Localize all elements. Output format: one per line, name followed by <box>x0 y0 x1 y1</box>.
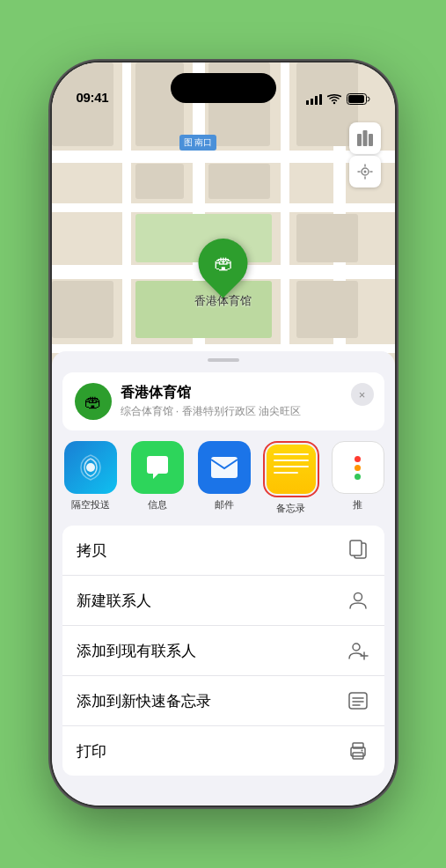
action-quick-note[interactable]: 添加到新快速备忘录 <box>62 676 384 726</box>
stadium-pin: 🏟 香港体育馆 <box>194 239 252 309</box>
status-icons <box>306 93 370 105</box>
location-button[interactable] <box>349 156 381 188</box>
svg-point-16 <box>353 644 360 651</box>
new-contact-icon <box>346 588 370 613</box>
svg-rect-14 <box>350 541 362 555</box>
dynamic-island <box>171 73 276 103</box>
signal-icon <box>306 94 322 105</box>
pin-circle: 🏟 <box>188 228 258 298</box>
svg-rect-7 <box>362 130 367 146</box>
svg-rect-17 <box>349 693 367 709</box>
print-icon <box>346 739 370 763</box>
svg-rect-3 <box>319 94 322 105</box>
map-type-button[interactable] <box>349 122 381 154</box>
more-label: 推 <box>353 498 362 511</box>
mail-icon-wrap <box>198 441 251 494</box>
action-print-label: 打印 <box>77 741 106 761</box>
map-label-text: 南口 <box>194 137 212 147</box>
status-time: 09:41 <box>77 90 109 105</box>
mail-icon <box>210 456 238 479</box>
action-add-contact[interactable]: 添加到现有联系人 <box>62 626 384 676</box>
location-icon <box>357 164 373 180</box>
mail-label: 邮件 <box>215 498 234 511</box>
map-block-1 <box>135 164 184 199</box>
notes-lines <box>274 453 309 474</box>
pin-stadium-icon: 🏟 <box>214 252 233 275</box>
action-copy-label: 拷贝 <box>77 541 106 561</box>
more-dots <box>355 456 361 480</box>
svg-rect-2 <box>315 96 318 105</box>
svg-rect-8 <box>369 134 373 146</box>
svg-rect-5 <box>348 95 364 103</box>
copy-icon-svg <box>348 540 368 561</box>
share-item-notes[interactable]: 备忘录 <box>263 441 319 515</box>
venue-card: 🏟 香港体育馆 综合体育馆 · 香港特别行政区 油尖旺区 × <box>62 372 384 430</box>
sheet-handle <box>208 358 239 362</box>
airdrop-icon <box>77 454 104 481</box>
action-copy[interactable]: 拷贝 <box>62 526 384 576</box>
venue-name: 香港体育馆 <box>121 384 372 402</box>
phone-frame: 09:41 <box>52 63 395 805</box>
venue-subtitle: 综合体育馆 · 香港特别行政区 油尖旺区 <box>121 404 372 419</box>
share-item-more[interactable]: 推 <box>330 441 386 515</box>
share-row: 隔空投送 信息 <box>52 430 395 515</box>
add-contact-icon <box>346 638 370 663</box>
share-item-messages[interactable]: 信息 <box>129 441 186 515</box>
svg-rect-6 <box>357 134 362 146</box>
action-new-contact[interactable]: 新建联系人 <box>62 576 384 626</box>
map-label-tag: 图 南口 <box>179 135 217 151</box>
map-block-6 <box>296 281 358 338</box>
quick-note-icon <box>346 688 370 713</box>
printer-icon <box>348 742 368 760</box>
messages-icon <box>143 453 172 482</box>
person-icon <box>348 591 368 610</box>
map-block-4 <box>296 214 358 262</box>
notes-label: 备忘录 <box>276 502 305 515</box>
venue-info: 香港体育馆 综合体育馆 · 香港特别行政区 油尖旺区 <box>121 384 372 419</box>
venue-close-button[interactable]: × <box>351 383 374 406</box>
copy-icon <box>346 538 370 563</box>
svg-point-21 <box>361 750 362 752</box>
action-list: 拷贝 新建联系人 <box>62 526 384 776</box>
action-add-contact-label: 添加到现有联系人 <box>77 641 196 661</box>
map-type-icon <box>356 129 374 147</box>
share-item-airdrop[interactable]: 隔空投送 <box>62 441 119 515</box>
venue-icon: 🏟 <box>75 383 112 420</box>
action-print[interactable]: 打印 <box>62 726 384 776</box>
map-controls <box>349 122 381 189</box>
svg-point-11 <box>86 463 95 472</box>
airdrop-icon-wrap <box>64 441 117 494</box>
phone-screen: 09:41 <box>52 63 395 805</box>
bottom-sheet: 🏟 香港体育馆 综合体育馆 · 香港特别行政区 油尖旺区 × <box>52 351 395 805</box>
share-item-mail[interactable]: 邮件 <box>196 441 252 515</box>
airdrop-label: 隔空投送 <box>71 498 110 511</box>
svg-point-15 <box>354 593 362 601</box>
messages-label: 信息 <box>148 498 167 511</box>
map-block-2 <box>208 164 270 199</box>
map-label-prefix: 图 <box>184 137 193 147</box>
map-block-5 <box>52 281 113 338</box>
svg-point-10 <box>363 171 366 173</box>
wifi-icon <box>327 94 341 105</box>
battery-icon <box>347 93 370 105</box>
notes-icon-wrap <box>267 445 316 494</box>
messages-icon-wrap <box>131 441 184 494</box>
action-new-contact-label: 新建联系人 <box>77 591 151 611</box>
svg-rect-0 <box>306 100 309 105</box>
more-icon-wrap <box>332 441 384 494</box>
person-add-icon <box>347 641 369 660</box>
svg-rect-1 <box>311 99 313 105</box>
action-quick-note-label: 添加到新快速备忘录 <box>77 691 211 711</box>
note-icon <box>348 692 368 710</box>
